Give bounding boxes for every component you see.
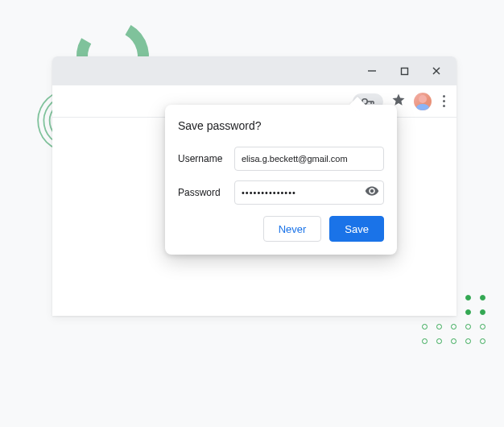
username-input[interactable] <box>234 147 384 171</box>
dialog-title: Save password? <box>178 119 384 132</box>
password-input[interactable]: •••••••••••••• <box>234 180 384 205</box>
close-button[interactable] <box>421 60 452 82</box>
svg-rect-5 <box>401 68 407 74</box>
password-label: Password <box>178 187 234 198</box>
show-password-icon[interactable] <box>365 184 379 201</box>
profile-avatar[interactable] <box>414 93 432 110</box>
username-row: Username <box>178 147 384 171</box>
password-row: Password •••••••••••••• <box>178 180 384 205</box>
dialog-actions: Never Save <box>178 216 384 242</box>
save-password-dialog: Save password? Username Password •••••••… <box>165 105 397 255</box>
maximize-button[interactable] <box>389 60 419 82</box>
save-button[interactable]: Save <box>329 216 384 242</box>
overflow-menu-icon[interactable] <box>440 92 448 110</box>
never-button[interactable]: Never <box>263 216 322 242</box>
window-titlebar <box>52 56 456 85</box>
minimize-button[interactable] <box>357 60 387 82</box>
username-label: Username <box>178 153 234 164</box>
